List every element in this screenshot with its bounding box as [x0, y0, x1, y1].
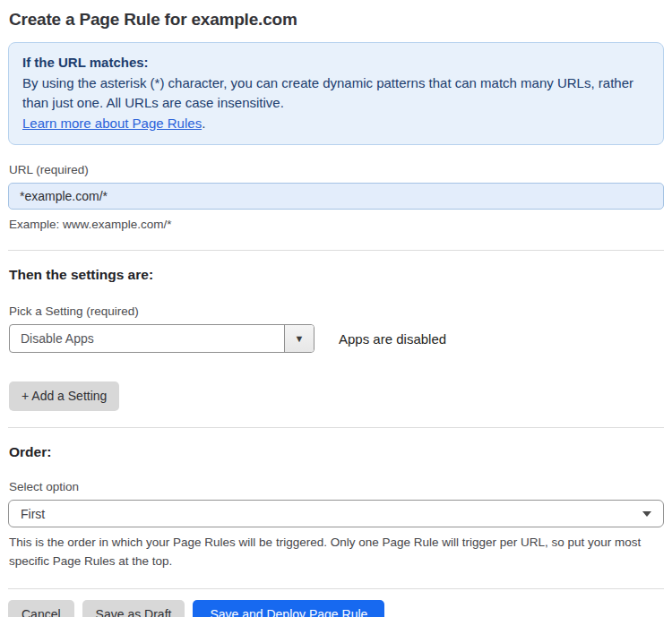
setting-status-text: Apps are disabled — [339, 331, 446, 347]
order-select-value: First — [21, 507, 45, 521]
learn-more-link[interactable]: Learn more about Page Rules — [22, 116, 202, 131]
url-example-text: Example: www.example.com/* — [9, 216, 663, 234]
page-rule-form: Create a Page Rule for example.com If th… — [0, 0, 672, 617]
pick-setting-label: Pick a Setting (required) — [9, 304, 663, 318]
order-section-heading: Order: — [9, 444, 664, 460]
page-title: Create a Page Rule for example.com — [9, 10, 664, 30]
order-help-text: This is the order in which your Page Rul… — [9, 534, 663, 570]
footer-actions: Cancel Save as Draft Save and Deploy Pag… — [8, 600, 664, 617]
setting-select[interactable]: Disable Apps ▼ — [9, 324, 314, 353]
save-as-draft-button[interactable]: Save as Draft — [82, 600, 185, 617]
info-box-body: By using the asterisk (*) character, you… — [22, 73, 650, 134]
link-suffix: . — [202, 116, 205, 131]
divider — [8, 588, 664, 589]
setting-select-caret-button[interactable]: ▼ — [284, 325, 314, 352]
cancel-button[interactable]: Cancel — [8, 600, 74, 617]
divider — [8, 427, 664, 428]
setting-select-value: Disable Apps — [10, 325, 284, 352]
order-select-label: Select option — [9, 480, 663, 493]
settings-section-heading: Then the settings are: — [9, 267, 664, 283]
dropdown-caret-icon: ▼ — [295, 333, 305, 344]
chevron-down-icon — [642, 511, 651, 517]
info-box-heading: If the URL matches: — [22, 53, 650, 73]
add-setting-button[interactable]: + Add a Setting — [9, 381, 119, 411]
url-input[interactable] — [8, 183, 664, 210]
divider — [8, 250, 664, 251]
save-and-deploy-button[interactable]: Save and Deploy Page Rule — [193, 600, 384, 617]
url-field-label: URL (required) — [9, 163, 663, 176]
url-match-info-box: If the URL matches: By using the asteris… — [8, 42, 664, 145]
setting-row: Disable Apps ▼ Apps are disabled — [9, 324, 664, 353]
order-select[interactable]: First — [8, 500, 664, 527]
